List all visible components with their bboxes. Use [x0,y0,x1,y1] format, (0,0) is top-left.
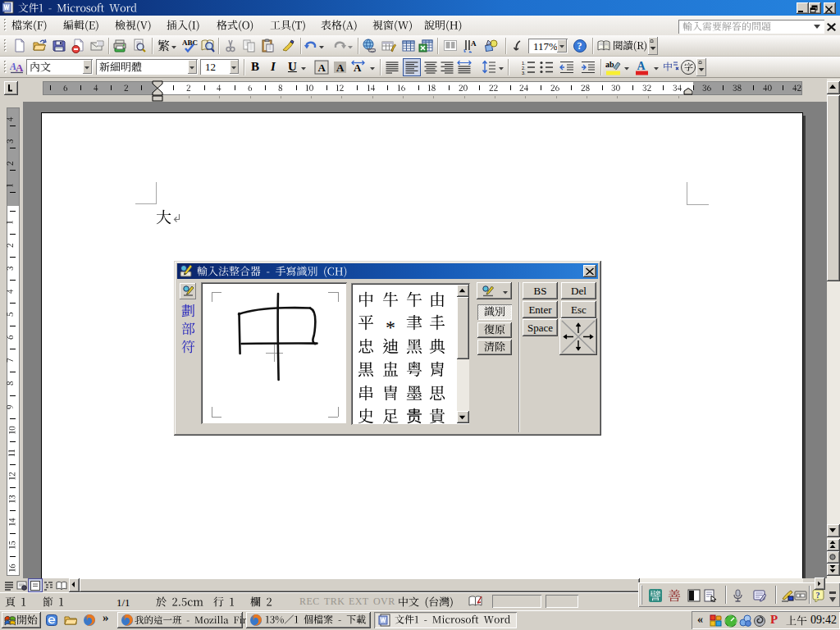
svg-text:A: A [354,62,362,74]
svg-text:?: ? [816,591,820,600]
svg-text:?: ? [578,40,582,52]
svg-text:ab: ab [605,60,614,69]
svg-text:A: A [637,60,646,72]
svg-text:A: A [471,39,477,48]
svg-text:A: A [318,62,326,74]
svg-text:A: A [336,62,345,74]
svg-text:A: A [16,62,24,74]
svg-text:ABC: ABC [182,39,198,47]
svg-text:3.: 3. [522,71,526,75]
